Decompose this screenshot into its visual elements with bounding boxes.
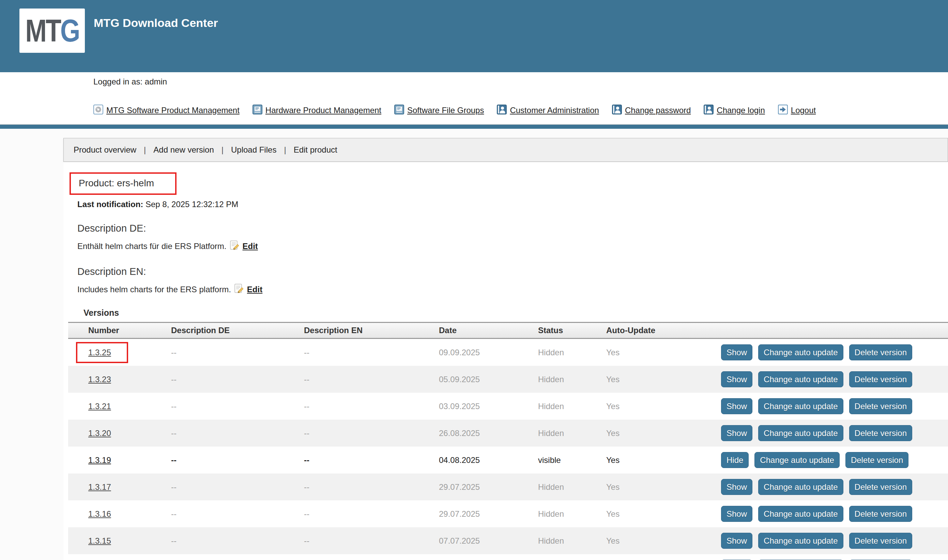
nav-link-label[interactable]: MTG Software Product Management (106, 106, 240, 115)
nav-link-label[interactable]: Logout (791, 106, 816, 115)
version-number-cell: 1.3.25 (68, 342, 171, 363)
version-link[interactable]: 1.3.19 (88, 455, 111, 465)
nav-link-label[interactable]: Change password (625, 106, 691, 115)
logo-text-mt: MT (25, 13, 60, 48)
date-cell: 05.09.2025 (439, 375, 538, 384)
row-actions: Show Change auto update Delete version (721, 479, 948, 495)
delete-version-button[interactable]: Delete version (849, 425, 912, 441)
change-auto-update-button[interactable]: Change auto update (758, 533, 843, 549)
version-link[interactable]: 1.3.20 (88, 429, 111, 438)
toggle-visibility-button[interactable]: Show (721, 425, 753, 441)
product-detail-card: Product: ers-helm Last notification: Sep… (63, 162, 948, 560)
auto-update-cell: Yes (606, 402, 721, 411)
description-en-cell: -- (304, 455, 439, 465)
version-link[interactable]: 1.3.15 (88, 536, 111, 545)
row-actions: Show Change auto update Delete version (721, 425, 948, 441)
status-cell: Hidden (538, 348, 606, 357)
change-auto-update-button[interactable]: Change auto update (758, 345, 843, 360)
nav-item-logout[interactable]: Logout (778, 105, 816, 116)
nav-item-software-file-groups[interactable]: Software File Groups (394, 105, 484, 116)
edit-description-en-link[interactable]: Edit (247, 285, 262, 294)
version-link[interactable]: 1.3.21 (88, 402, 111, 411)
version-number-wrap: 1.3.15 (88, 536, 111, 546)
delete-version-button[interactable]: Delete version (849, 398, 912, 414)
description-de-line: Enthält helm charts für die ERS Platform… (77, 240, 948, 252)
delete-version-button[interactable]: Delete version (849, 533, 912, 549)
nav-item-software-product-management[interactable]: MTG Software Product Management (93, 105, 240, 116)
description-de-cell: -- (171, 455, 304, 465)
delete-version-button[interactable]: Delete version (849, 371, 912, 387)
nav-link-label[interactable]: Hardware Product Management (265, 106, 381, 115)
version-number-cell: 1.3.15 (68, 536, 171, 546)
description-en-cell: -- (304, 536, 439, 546)
version-number-cell: 1.3.20 (68, 429, 171, 438)
subnav-upload-files[interactable]: Upload Files (230, 145, 277, 155)
delete-version-button[interactable]: Delete version (849, 479, 912, 495)
last-notification-label: Last notification: (77, 200, 143, 209)
version-number-wrap: 1.3.21 (88, 402, 111, 411)
separator-bar (0, 125, 948, 129)
nav-item-hardware-product-management[interactable]: Hardware Product Management (252, 105, 381, 116)
status-cell: Hidden (538, 402, 606, 411)
date-cell: 09.09.2025 (439, 348, 538, 357)
date-cell: 07.07.2025 (439, 536, 538, 546)
person-icon (704, 105, 714, 114)
version-number-wrap: 1.3.20 (88, 429, 111, 438)
auto-update-cell: Yes (606, 482, 721, 492)
auto-update-cell: Yes (606, 536, 721, 546)
subnav-add-new-version[interactable]: Add new version (153, 145, 214, 155)
change-auto-update-button[interactable]: Change auto update (758, 398, 843, 414)
nav-item-customer-administration[interactable]: Customer Administration (497, 105, 599, 116)
edit-description-de-link[interactable]: Edit (243, 242, 258, 251)
status-cell: Hidden (538, 429, 606, 438)
edit-pencil-icon (229, 240, 240, 250)
product-title-highlight: Product: ers-helm (69, 172, 177, 195)
change-auto-update-button[interactable]: Change auto update (754, 452, 840, 468)
change-auto-update-button[interactable]: Change auto update (758, 506, 843, 522)
toggle-visibility-button[interactable]: Show (721, 533, 753, 549)
toggle-visibility-button[interactable]: Show (721, 479, 753, 495)
delete-version-button[interactable]: Delete version (849, 345, 912, 360)
version-number-wrap: 1.3.19 (88, 455, 111, 465)
table-row: 1.3.17 -- -- 29.07.2025 Hidden Yes Show … (68, 474, 948, 500)
version-number-wrap: 1.3.16 (88, 509, 111, 519)
change-auto-update-button[interactable]: Change auto update (758, 425, 843, 441)
auto-update-cell: Yes (606, 455, 721, 465)
description-en-cell: -- (304, 509, 439, 519)
version-link[interactable]: 1.3.17 (88, 482, 111, 492)
delete-version-button[interactable]: Delete version (845, 452, 908, 468)
toggle-visibility-button[interactable]: Show (721, 398, 753, 414)
user-strip: Logged in as: admin MTG Software Product… (0, 72, 948, 124)
subnav-edit-product[interactable]: Edit product (293, 145, 338, 155)
table-row: 1.3.25 -- -- 09.09.2025 Hidden Yes Show … (68, 339, 948, 366)
page: MTG MTG Download Center Logged in as: ad… (0, 0, 948, 560)
table-row: 1.3.19 -- -- 04.08.2025 visible Yes Hide… (68, 446, 948, 474)
column-header-date: Date (439, 326, 538, 335)
nav-link-label[interactable]: Customer Administration (510, 106, 599, 115)
nav-link-label[interactable]: Software File Groups (407, 106, 484, 115)
status-cell: Hidden (538, 509, 606, 519)
nav-item-change-password[interactable]: Change password (612, 105, 691, 116)
change-auto-update-button[interactable]: Change auto update (758, 479, 843, 495)
monitor-icon (252, 105, 262, 114)
toggle-visibility-button[interactable]: Hide (721, 452, 749, 468)
delete-version-button[interactable]: Delete version (849, 506, 912, 522)
version-link[interactable]: 1.3.16 (88, 509, 111, 518)
version-number-wrap: 1.3.25 (76, 342, 128, 363)
person-icon (612, 105, 622, 114)
toggle-visibility-button[interactable]: Show (721, 506, 753, 522)
subnav-separator: | (215, 145, 230, 155)
version-number-cell: 1.3.16 (68, 509, 171, 519)
nav-link-label[interactable]: Change login (717, 106, 765, 115)
toggle-visibility-button[interactable]: Show (721, 345, 753, 360)
version-link[interactable]: 1.3.23 (88, 375, 111, 384)
change-auto-update-button[interactable]: Change auto update (758, 371, 843, 387)
date-cell: 03.09.2025 (439, 402, 538, 411)
version-link[interactable]: 1.3.25 (88, 348, 111, 357)
nav-item-change-login[interactable]: Change login (704, 105, 765, 116)
app-header: MTG MTG Download Center (0, 0, 948, 72)
toggle-visibility-button[interactable]: Show (721, 371, 753, 387)
description-de-cell: -- (171, 348, 304, 357)
subnav-product-overview[interactable]: Product overview (73, 145, 137, 155)
version-number-wrap: 1.3.17 (88, 482, 111, 492)
